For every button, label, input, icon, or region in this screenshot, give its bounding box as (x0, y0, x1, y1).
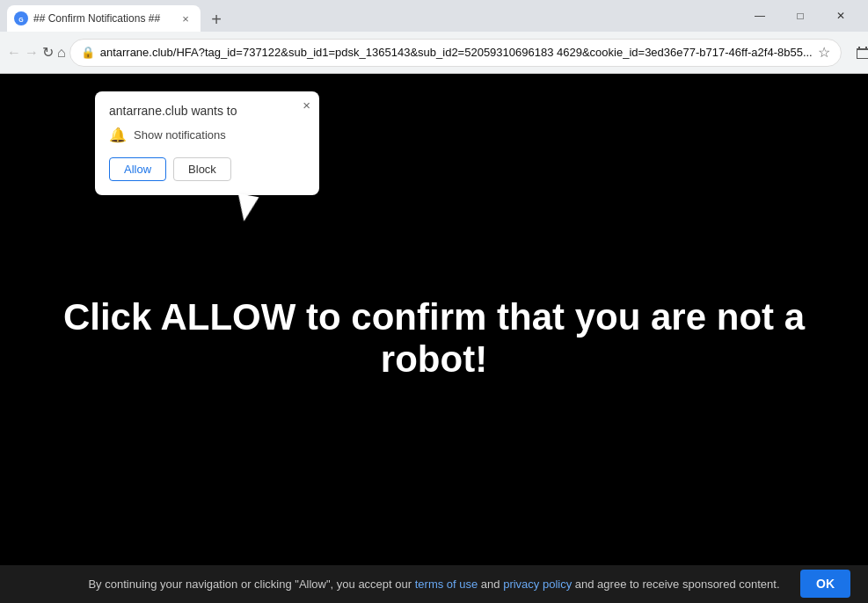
toolbar-icons: ⋮ (849, 39, 868, 67)
url-text: antarrane.club/HFA?tag_id=737122&sub_id1… (100, 46, 813, 59)
popup-buttons: Allow Block (109, 157, 305, 181)
consent-text-after: and agree to receive sponsored content. (572, 578, 779, 591)
privacy-policy-link[interactable]: privacy policy (503, 578, 572, 591)
new-tab-button[interactable]: + (204, 7, 229, 32)
bookmark-icon[interactable]: ☆ (818, 44, 830, 61)
tab-strip: G ## Confirm Notifications ## × + (7, 5, 740, 32)
svg-text:G: G (18, 17, 24, 23)
consent-text-before: By continuing your navigation or clickin… (88, 578, 414, 591)
allow-button[interactable]: Allow (109, 157, 166, 181)
back-button[interactable]: ← (7, 39, 21, 67)
maximize-button[interactable]: □ (780, 0, 821, 32)
extensions-button[interactable] (849, 39, 868, 67)
popup-title: antarrane.club wants to (109, 104, 305, 118)
home-button[interactable]: ⌂ (57, 39, 66, 67)
tab-close-button[interactable]: × (178, 11, 193, 26)
consent-text-middle: and (478, 578, 503, 591)
ok-button[interactable]: OK (800, 570, 850, 598)
toolbar: ← → ↻ ⌂ 🔒 antarrane.club/HFA?tag_id=7371… (0, 32, 868, 74)
tab-title: ## Confirm Notifications ## (33, 12, 172, 25)
address-bar[interactable]: 🔒 antarrane.club/HFA?tag_id=737122&sub_i… (69, 39, 842, 67)
window-controls: — □ ✕ (740, 0, 861, 32)
popup-close-button[interactable]: × (303, 98, 310, 112)
popup-row: 🔔 Show notifications (109, 127, 305, 143)
lock-icon: 🔒 (81, 46, 95, 59)
title-bar: G ## Confirm Notifications ## × + — □ ✕ (0, 0, 868, 32)
consent-bar: By continuing your navigation or clickin… (0, 565, 868, 604)
terms-of-use-link[interactable]: terms of use (415, 578, 478, 591)
popup-arrow (234, 193, 259, 223)
notification-popup: × antarrane.club wants to 🔔 Show notific… (95, 91, 319, 195)
minimize-button[interactable]: — (740, 0, 780, 32)
active-tab[interactable]: G ## Confirm Notifications ## × (7, 5, 201, 32)
popup-description: Show notifications (134, 128, 226, 142)
page-content: Click ALLOW to confirm that you are not … (0, 74, 868, 603)
tab-favicon: G (14, 11, 28, 25)
browser-frame: G ## Confirm Notifications ## × + — □ ✕ … (0, 0, 868, 603)
close-window-button[interactable]: ✕ (821, 0, 861, 32)
bell-icon: 🔔 (109, 127, 127, 143)
forward-button[interactable]: → (25, 39, 39, 67)
block-button[interactable]: Block (173, 157, 231, 181)
reload-button[interactable]: ↻ (42, 39, 54, 67)
main-heading: Click ALLOW to confirm that you are not … (0, 279, 868, 398)
